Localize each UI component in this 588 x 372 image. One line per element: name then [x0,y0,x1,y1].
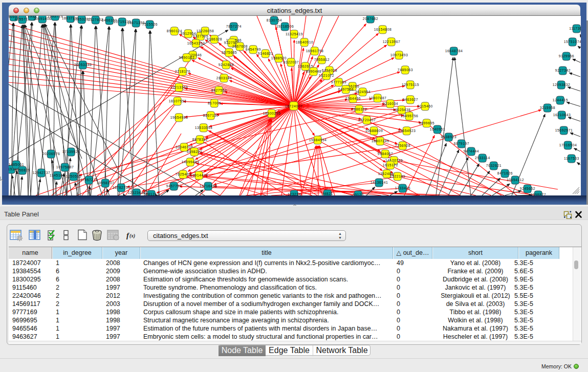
svg-text:1145141: 1145141 [50,173,65,177]
svg-text:9227342: 9227342 [555,69,571,72]
svg-text:1893719: 1893719 [48,16,63,18]
svg-text:6879197: 6879197 [454,142,469,145]
svg-text:7625402: 7625402 [176,172,191,176]
svg-text:4055712: 4055712 [15,17,30,21]
svg-text:11325419: 11325419 [286,32,303,36]
svg-text:1156829: 1156829 [15,168,30,172]
svg-text:16154808: 16154808 [374,28,392,31]
svg-text:9146821: 9146821 [258,52,273,55]
svg-text:10046708: 10046708 [176,145,193,149]
svg-text:1167533: 1167533 [564,157,579,160]
svg-text:15751074: 15751074 [564,40,581,43]
svg-text:19384554: 19384554 [309,138,327,142]
svg-text:8471626: 8471626 [497,171,513,175]
svg-text:18300295: 18300295 [263,112,281,115]
svg-text:16648784: 16648784 [445,49,463,53]
svg-text:17957275: 17957275 [80,178,98,182]
svg-text:1588520: 1588520 [271,56,287,60]
svg-text:10973493: 10973493 [390,53,408,57]
svg-text:817006: 817006 [208,101,221,105]
svg-text:3215958: 3215958 [540,106,555,110]
svg-text:16210643: 16210643 [553,113,571,117]
svg-text:8267130: 8267130 [203,114,219,117]
svg-text:12213967: 12213967 [383,40,401,43]
svg-text:1527602: 1527602 [88,18,103,21]
svg-text:8878312: 8878312 [192,138,208,141]
svg-text:2087682: 2087682 [363,17,378,20]
svg-text:7857274: 7857274 [226,25,242,28]
svg-text:18807249: 18807249 [372,139,389,143]
svg-text:1640951: 1640951 [430,127,445,131]
svg-text:5498222: 5498222 [187,150,202,154]
svg-text:8960124: 8960124 [167,29,182,33]
svg-text:8990448: 8990448 [306,70,321,73]
svg-text:8454749: 8454749 [246,48,261,51]
svg-text:9129966: 9129966 [559,54,574,58]
svg-text:13716485: 13716485 [200,184,217,188]
svg-text:14099483: 14099483 [182,160,200,164]
svg-text:12093832: 12093832 [553,83,571,86]
svg-text:10688609: 10688609 [365,129,383,133]
svg-text:8938923: 8938923 [441,135,456,139]
svg-text:2933114: 2933114 [475,156,490,160]
svg-text:10975887: 10975887 [56,165,74,169]
svg-text:9245652: 9245652 [520,187,535,190]
svg-text:8186328: 8186328 [207,37,222,41]
svg-text:10914479: 10914479 [190,173,208,177]
svg-text:18640910: 18640910 [296,40,314,44]
svg-text:9998877: 9998877 [531,193,546,195]
svg-text:10025438: 10025438 [393,108,411,112]
svg-text:9115460: 9115460 [418,104,433,108]
svg-text:19654983: 19654983 [170,116,188,119]
svg-text:1250515: 1250515 [66,174,81,178]
svg-text:7485063: 7485063 [398,68,413,72]
svg-text:9777169: 9777169 [331,80,346,84]
svg-text:3216034: 3216034 [383,102,398,105]
svg-text:(x): (x) [129,233,135,239]
svg-text:18724007: 18724007 [285,104,303,108]
svg-text:9457791: 9457791 [166,184,182,188]
svg-text:14136141: 14136141 [371,181,388,184]
svg-text:9981213: 9981213 [144,192,159,195]
svg-text:15720407: 15720407 [358,118,376,122]
svg-text:8130754: 8130754 [267,18,282,22]
svg-text:2803144: 2803144 [216,76,232,80]
svg-text:16782759: 16782759 [113,186,130,189]
svg-text:12213369: 12213369 [170,85,188,89]
svg-text:123234: 123234 [288,192,301,195]
svg-text:16961758: 16961758 [306,49,324,53]
svg-text:9242848: 9242848 [219,63,234,67]
svg-text:1733426: 1733426 [395,186,410,190]
svg-text:2718176: 2718176 [175,70,190,73]
svg-text:17016504: 17016504 [559,143,577,147]
svg-text:1621072: 1621072 [319,74,334,77]
svg-text:13226058: 13226058 [197,29,214,33]
svg-text:10807487: 10807487 [369,96,387,100]
svg-text:15495756: 15495756 [401,114,419,118]
svg-text:7756928: 7756928 [395,144,410,147]
svg-text:6899695: 6899695 [419,121,434,125]
svg-text:1117364: 1117364 [569,27,581,30]
svg-text:1615172: 1615172 [383,163,398,167]
svg-text:9474444: 9474444 [464,149,479,153]
svg-text:99123: 99123 [353,193,364,195]
svg-text:6497568: 6497568 [338,87,354,91]
svg-text:7955812: 7955812 [314,58,330,61]
svg-text:8427552: 8427552 [211,89,227,92]
svg-text:20206576: 20206576 [42,152,60,156]
svg-text:2522149: 2522149 [390,174,405,178]
svg-text:10654112: 10654112 [507,178,524,182]
svg-text:3624554: 3624554 [355,90,371,94]
svg-text:9463627: 9463627 [403,98,418,101]
svg-text:7632621: 7632621 [486,164,502,167]
svg-text:9890163: 9890163 [179,56,194,59]
svg-text:10958107: 10958107 [97,181,115,185]
svg-text:2364436: 2364436 [345,97,361,100]
svg-text:15692971: 15692971 [555,128,573,132]
svg-text:1244415: 1244415 [553,98,568,102]
svg-text:8322037: 8322037 [284,60,299,64]
svg-text:12942737: 12942737 [33,171,51,174]
svg-text:7886372: 7886372 [352,107,367,111]
svg-text:16543362: 16543362 [187,41,205,45]
svg-text:7515526: 7515526 [142,23,158,26]
